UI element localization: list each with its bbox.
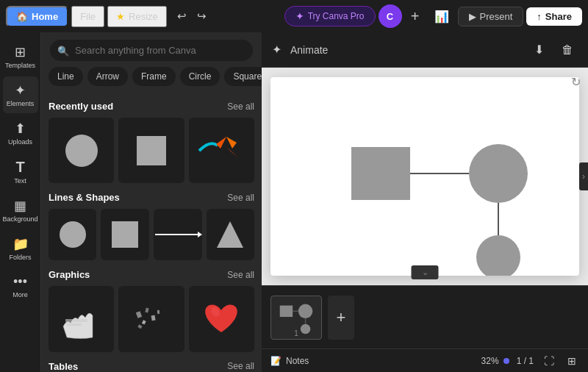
sidebar-item-text[interactable]: T Text [3,153,38,190]
canvas-wrapper[interactable]: ↻ › [262,68,588,285]
page-thumb-wrapper: 1 [270,296,322,340]
search-input[interactable] [50,40,253,61]
page-thumb-1[interactable]: 1 [270,296,322,340]
side-collapse-button[interactable]: › [579,162,588,190]
sidebar: ⊞ Templates ✦ Elements ⬆ Uploads T Text … [0,32,41,372]
svg-marker-3 [226,137,237,149]
see-all-lines[interactable]: See all [227,193,254,203]
graphic-paper[interactable] [49,286,114,351]
notes-section[interactable]: 📝 Notes [270,356,309,366]
shapes-row [49,209,254,260]
animate-label[interactable]: Animate [290,44,328,56]
elements-icon: ✦ [15,82,26,99]
notes-label: Notes [286,356,309,366]
sidebar-item-folders[interactable]: 📁 Folders [3,230,38,267]
trash-icon-btn[interactable]: 🗑 [557,40,578,60]
page-number: 1 [294,329,298,337]
shape-circle[interactable] [49,209,96,260]
zoom-level: 32% [481,356,499,366]
tab-circle[interactable]: Circle [180,67,220,86]
star-icon: ★ [116,11,125,22]
shape-square[interactable] [101,209,148,260]
shape-tabs: Line Arrow Frame Circle Square › [41,67,262,92]
home-icon: 🏠 [16,11,28,22]
svg-rect-10 [65,319,87,322]
redo-button[interactable]: ↪ [193,7,211,26]
lines-shapes-header: Lines & Shapes See all [49,192,254,203]
page-display: 1 / 1 [517,356,534,366]
sidebar-item-templates[interactable]: ⊞ Templates [3,38,38,75]
avatar[interactable]: C [379,4,402,28]
fullscreen-button[interactable]: ⛶ [541,354,557,368]
tab-line[interactable]: Line [49,67,83,86]
share-button[interactable]: ↑ Share [526,7,582,26]
search-icon: 🔍 [57,45,69,56]
see-all-graphics[interactable]: See all [227,270,254,280]
svg-rect-1 [137,136,166,165]
add-page-button[interactable]: + [328,296,354,340]
svg-rect-11 [67,323,82,326]
tab-frame[interactable]: Frame [132,67,176,86]
svg-rect-38 [351,147,410,200]
svg-marker-2 [216,137,226,149]
grid-view-button[interactable]: ⊞ [564,354,579,368]
add-page-topbar-button[interactable]: + [405,6,426,26]
wand-icon: ✦ [295,10,304,22]
sidebar-item-uploads[interactable]: ⬆ Uploads [3,115,38,151]
templates-icon: ⊞ [15,44,26,60]
page-indicator: 1 / 1 [517,356,534,366]
canvas-section-collapse[interactable]: ⌄ [412,265,439,279]
svg-marker-9 [217,221,243,248]
svg-point-44 [298,304,312,318]
svg-rect-43 [280,305,293,316]
see-all-recently[interactable]: See all [227,101,254,112]
svg-rect-15 [142,320,146,324]
uploads-icon: ⬆ [15,121,26,137]
file-button[interactable]: File [71,6,104,27]
tab-square[interactable]: Square [224,67,262,86]
svg-point-0 [65,135,98,167]
recent-circle[interactable] [49,118,114,183]
download-icon-btn[interactable]: ⬇ [530,40,548,60]
recent-arrow[interactable] [189,118,254,183]
notes-icon: 📝 [270,356,282,366]
graphic-confetti[interactable] [118,286,184,351]
resize-button[interactable]: ★ Resize [107,6,167,27]
tab-arrow[interactable]: Arrow [87,67,128,86]
shape-line[interactable] [154,209,202,260]
recently-used-header: Recently used See all [49,101,254,112]
present-icon: ▶ [469,11,476,22]
zoom-control[interactable]: 32% [481,356,509,366]
undo-button[interactable]: ↩ [173,7,191,26]
svg-marker-4 [226,147,238,157]
sidebar-item-more[interactable]: ••• More [3,268,38,304]
try-canva-pro-button[interactable]: ✦ Try Canva Pro [284,6,376,26]
graphic-heart[interactable] [189,286,254,351]
svg-rect-13 [145,308,148,313]
home-button[interactable]: 🏠 Home [6,6,68,27]
svg-point-47 [301,323,311,334]
svg-point-42 [476,235,520,276]
present-button[interactable]: ▶ Present [458,7,524,26]
refresh-button[interactable]: ↻ [571,75,581,89]
svg-rect-12 [136,311,142,318]
topbar: 🏠 Home File ★ Resize ↩ ↪ ✦ Try Canva Pro… [0,0,588,32]
status-right: 32% 1 / 1 ⛶ ⊞ [481,354,579,368]
svg-point-40 [469,144,528,203]
text-icon: T [15,159,24,176]
tables-header: Tables See all [49,361,254,372]
more-icon: ••• [13,274,27,290]
analytics-button[interactable]: 📊 [429,7,455,26]
elements-panel: 🔍 Line Arrow Frame Circle Square › Recen… [41,32,262,372]
folders-icon: 📁 [12,236,29,252]
svg-rect-14 [151,315,155,321]
recent-square[interactable] [118,118,184,183]
shape-triangle[interactable] [207,209,254,260]
sidebar-item-background[interactable]: ▦ Background [3,192,38,229]
see-all-tables[interactable]: See all [227,361,254,371]
sidebar-item-elements[interactable]: ✦ Elements [3,76,38,113]
canvas-area: ✦ Animate ⬇ 🗑 [262,32,588,372]
background-icon: ▦ [14,198,26,214]
canvas[interactable] [270,77,579,276]
undo-redo-group: ↩ ↪ [173,7,211,26]
